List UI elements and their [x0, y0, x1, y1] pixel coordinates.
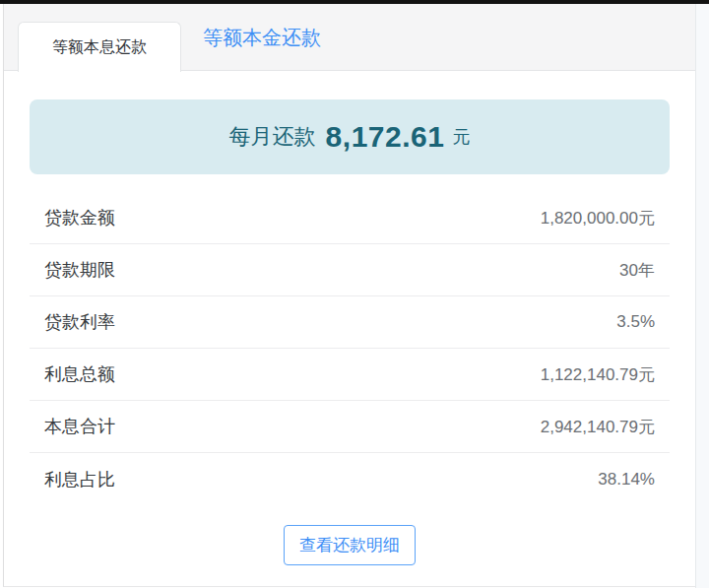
row-value: 30年 [619, 259, 655, 282]
tab-equal-principal[interactable]: 等额本金还款 [199, 4, 325, 71]
row-loan-rate: 贷款利率 3.5% [30, 296, 670, 349]
monthly-payment-amount: 8,172.61 [326, 120, 445, 154]
view-repayment-details-button[interactable]: 查看还款明细 [284, 525, 416, 565]
row-value: 3.5% [616, 312, 655, 332]
row-label: 贷款利率 [44, 310, 115, 334]
row-label: 贷款期限 [44, 258, 115, 282]
row-label: 利息占比 [44, 468, 115, 491]
row-interest-ratio: 利息占比 38.14% [30, 453, 670, 505]
row-value: 2,942,140.79元 [541, 416, 655, 438]
button-row: 查看还款明细 [30, 525, 670, 565]
loan-calculator-page: 等额本息还款 等额本金还款 每月还款 8,172.61 元 贷款金额 1,820… [0, 0, 709, 588]
monthly-payment-label: 每月还款 [229, 122, 316, 152]
row-label: 利息总额 [44, 362, 115, 386]
tab-equal-installment[interactable]: 等额本息还款 [18, 22, 181, 72]
row-total-payment: 本息合计 2,942,140.79元 [30, 401, 670, 453]
calculator-card: 等额本息还款 等额本金还款 每月还款 8,172.61 元 贷款金额 1,820… [3, 4, 695, 587]
row-value: 1,820,000.00元 [541, 207, 655, 229]
row-value: 1,122,140.79元 [541, 363, 655, 386]
row-total-interest: 利息总额 1,122,140.79元 [30, 349, 670, 401]
row-label: 本息合计 [44, 415, 115, 438]
row-loan-amount: 贷款金额 1,820,000.00元 [30, 192, 670, 244]
scrollbar-track[interactable] [695, 4, 709, 588]
tab-bar: 等额本息还款 等额本金还款 [4, 4, 695, 71]
tab-panel: 每月还款 8,172.61 元 贷款金额 1,820,000.00元 贷款期限 … [4, 71, 695, 565]
row-label: 贷款金额 [44, 206, 115, 229]
loan-detail-list: 贷款金额 1,820,000.00元 贷款期限 30年 贷款利率 3.5% 利息… [30, 192, 670, 505]
row-value: 38.14% [598, 470, 655, 490]
tab-equal-principal-label: 等额本金还款 [203, 25, 321, 51]
monthly-payment-unit: 元 [452, 125, 470, 149]
monthly-payment-box: 每月还款 8,172.61 元 [30, 99, 670, 174]
row-loan-term: 贷款期限 30年 [30, 244, 670, 296]
tab-equal-installment-label: 等额本息还款 [52, 37, 147, 58]
